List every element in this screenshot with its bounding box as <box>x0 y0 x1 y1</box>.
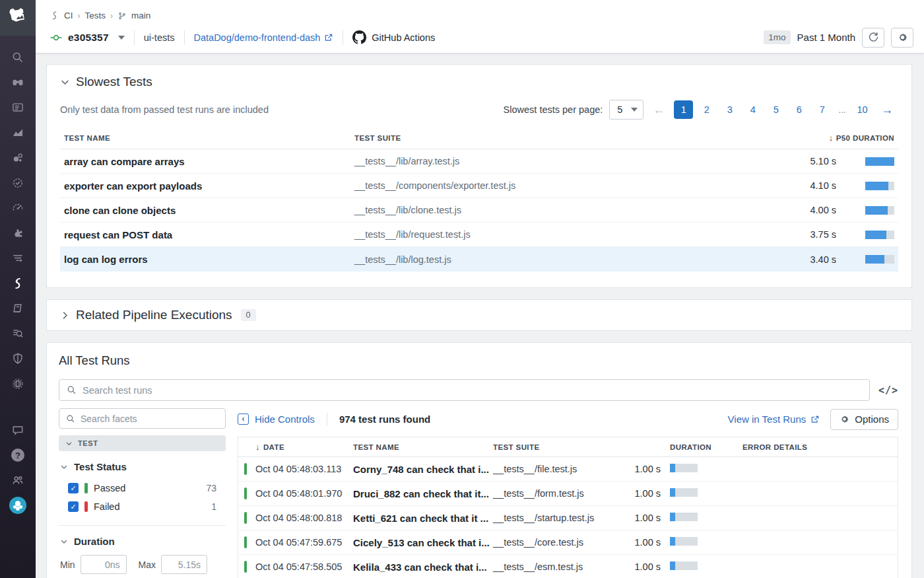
max-duration-input[interactable] <box>161 555 207 574</box>
column-error-details[interactable]: ERROR DETAILS <box>742 443 898 451</box>
related-pipelines-title: Related Pipeline Executions <box>76 308 232 322</box>
watchdog-icon[interactable] <box>0 70 36 95</box>
avatar-dog-icon <box>11 499 24 512</box>
failed-checkbox[interactable]: ✓ <box>68 501 79 512</box>
column-test-name[interactable]: TEST NAME <box>353 443 493 451</box>
run-duration: 1.00 s <box>622 537 670 548</box>
breadcrumb-page[interactable]: Tests <box>85 11 106 20</box>
run-test-name: Corny_748 can check that i... <box>353 464 493 475</box>
network-icon[interactable] <box>0 371 36 396</box>
table-row[interactable]: request can POST data __tests__/lib/requ… <box>60 223 898 247</box>
per-page-select[interactable]: 5 <box>609 100 644 120</box>
chat-icon[interactable] <box>0 417 36 443</box>
view-in-test-runs-link[interactable]: View in Test Runs <box>728 414 820 425</box>
column-date[interactable]: ↓DATE <box>255 442 353 452</box>
datadog-logo[interactable] <box>0 0 36 36</box>
passed-status-pill <box>244 536 247 548</box>
ci-icon[interactable] <box>0 271 36 296</box>
column-test-suite[interactable]: TEST SUITE <box>493 443 622 451</box>
gear-icon <box>897 32 908 43</box>
time-range-label[interactable]: Past 1 Month <box>797 32 855 43</box>
run-date: Oct 04 05:48:00.818 <box>255 513 353 523</box>
breadcrumb-section[interactable]: CI <box>64 11 73 20</box>
facet-group-test[interactable]: TEST <box>59 435 226 451</box>
help-icon[interactable]: ? <box>0 443 36 468</box>
all-test-runs-title: All Test Runs <box>59 353 898 368</box>
page-7-button[interactable]: 7 <box>812 100 832 119</box>
next-page-button[interactable]: → <box>876 103 898 117</box>
passed-checkbox[interactable]: ✓ <box>68 483 79 493</box>
table-row[interactable]: Oct 04 05:47:59.675 Cicely_513 can check… <box>238 530 898 555</box>
repo-link[interactable]: DataDog/demo-frontend-dash <box>194 32 334 43</box>
integrations-icon[interactable] <box>0 221 36 246</box>
table-row[interactable]: exporter can export payloads __tests__/c… <box>60 174 898 198</box>
refresh-icon <box>868 32 879 43</box>
duration-bar <box>865 157 894 166</box>
table-row-highlighted[interactable]: log can log errors __tests__/lib/log.tes… <box>60 247 898 271</box>
page-4-button[interactable]: 4 <box>743 100 762 119</box>
search-test-runs <box>59 379 870 401</box>
column-duration[interactable]: DURATION <box>670 443 742 451</box>
monitors-icon[interactable] <box>0 170 36 196</box>
organization-icon[interactable] <box>0 468 36 493</box>
slowest-tests-toggle[interactable]: Slowest Tests <box>60 75 898 89</box>
divider <box>134 30 135 45</box>
min-duration-input[interactable] <box>81 555 127 574</box>
facet-duration-title: Duration <box>74 536 115 547</box>
chevron-right-icon <box>60 310 70 320</box>
column-test-name[interactable]: TEST NAME <box>64 134 354 142</box>
commit-selector[interactable]: e305357 <box>50 31 125 44</box>
table-row[interactable]: array can compare arrays __tests__/lib/a… <box>60 149 898 174</box>
settings-button[interactable] <box>891 28 913 48</box>
p50-value: 4.00 s <box>773 205 852 215</box>
infrastructure-icon[interactable] <box>0 145 36 170</box>
options-button[interactable]: Options <box>830 409 898 430</box>
user-avatar[interactable] <box>0 493 36 518</box>
related-pipelines-toggle[interactable]: Related Pipeline Executions 0 <box>60 308 898 322</box>
page-3-button[interactable]: 3 <box>720 100 739 119</box>
search-facets-input[interactable] <box>81 414 218 424</box>
table-row[interactable]: Oct 04 05:48:03.113 Corny_748 can check … <box>238 457 898 482</box>
page-1-button[interactable]: 1 <box>674 100 693 119</box>
duration-bar <box>865 255 894 264</box>
log-search-icon[interactable] <box>0 321 36 346</box>
security-icon[interactable] <box>0 346 36 371</box>
column-p50-duration[interactable]: ↓P50 DURATION <box>773 133 898 143</box>
search-icon[interactable] <box>0 45 36 70</box>
related-pipelines-count: 0 <box>241 309 256 321</box>
facet-failed[interactable]: ✓ Failed 1 <box>59 497 226 516</box>
facet-passed[interactable]: ✓ Passed 73 <box>59 479 226 497</box>
all-test-runs-panel: All Test Runs </> TEST <box>46 342 912 578</box>
table-row[interactable]: Oct 04 05:48:00.818 Ketti_621 can check … <box>238 506 898 530</box>
code-view-toggle[interactable]: </> <box>878 384 898 396</box>
commit-sha: e305357 <box>68 32 109 44</box>
table-row[interactable]: Oct 04 05:47:58.505 Kelila_433 can check… <box>238 555 898 578</box>
dashboards-icon[interactable] <box>0 95 36 120</box>
apm-icon[interactable] <box>0 196 36 221</box>
logs-icon[interactable] <box>0 246 36 271</box>
time-badge[interactable]: 1mo <box>764 30 790 44</box>
table-row[interactable]: clone can clone objects __tests__/lib/cl… <box>60 198 898 223</box>
page-10-button[interactable]: 10 <box>853 100 872 119</box>
duration-bar <box>670 561 698 570</box>
duration-bar <box>670 488 698 497</box>
repo-name: DataDog/demo-frontend-dash <box>194 32 321 43</box>
prev-page-button[interactable]: ← <box>647 103 670 117</box>
passed-status-pill <box>244 488 247 499</box>
refresh-button[interactable] <box>862 28 884 48</box>
notebooks-icon[interactable] <box>0 296 36 321</box>
page-2-button[interactable]: 2 <box>697 100 716 119</box>
table-row[interactable]: Oct 04 05:48:01.970 Druci_882 can check … <box>238 482 898 506</box>
search-test-runs-input[interactable] <box>82 385 862 396</box>
column-test-suite[interactable]: TEST SUITE <box>354 134 773 142</box>
per-page-value: 5 <box>617 104 622 115</box>
sort-desc-icon: ↓ <box>829 133 834 143</box>
breadcrumb-branch[interactable]: main <box>131 11 150 20</box>
facet-test-status-toggle[interactable]: Test Status <box>60 461 226 472</box>
metrics-icon[interactable] <box>0 120 36 145</box>
facet-duration-toggle[interactable]: Duration <box>60 536 226 547</box>
page-5-button[interactable]: 5 <box>766 100 785 119</box>
duration-bar <box>670 513 698 521</box>
hide-controls-button[interactable]: ‹ Hide Controls <box>238 414 315 425</box>
page-6-button[interactable]: 6 <box>789 100 808 119</box>
